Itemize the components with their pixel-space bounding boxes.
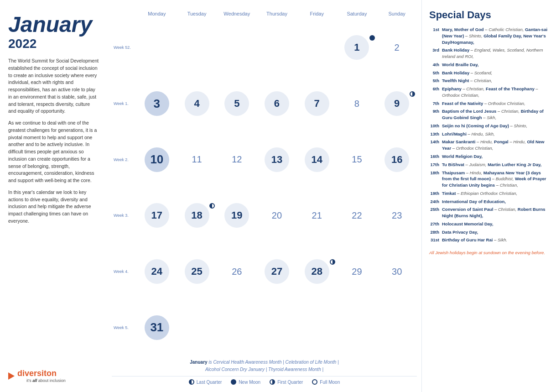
day-circle: 25 <box>185 259 209 284</box>
day-circle: 18 <box>185 203 209 228</box>
special-day-date: 13th <box>429 131 439 137</box>
cal-cell-2-1: 11 <box>177 154 217 165</box>
special-day-entry: 28thData Privacy Day, <box>429 229 549 235</box>
new-moon-icon <box>231 379 236 385</box>
special-day-date: 25th <box>429 206 439 219</box>
special-day-text: Feast of the Nativity – Orthodox Christi… <box>442 100 549 107</box>
col-thursday: Thursday <box>257 9 297 18</box>
col-friday: Friday <box>297 9 337 18</box>
month-title: January <box>8 14 99 36</box>
cal-cell-3-6: 23 <box>377 210 417 221</box>
day-circle: 28 <box>305 259 329 284</box>
special-day-date: 24th <box>429 199 439 205</box>
special-day-entry: 1stMary, Mother of God – Catholic Christ… <box>429 26 549 45</box>
special-day-text: Timkat – Ethiopian Orthodox Christian, <box>442 190 549 197</box>
special-day-text: Tu BiShvat – Judaism, Martin Luther King… <box>442 162 549 168</box>
legend-last-quarter-label: Last Quarter <box>197 380 222 385</box>
day-circle: 4 <box>185 91 209 116</box>
special-day-date: 28th <box>429 229 439 235</box>
week-label-0: Week 52. <box>112 45 137 50</box>
special-day-entry: 18thThaipusam – Hindu, Mahayana New Year… <box>429 170 549 188</box>
cal-cell-1-0: 3 <box>137 91 177 116</box>
special-day-text: Bank Holiday – Scotland, <box>442 70 549 76</box>
special-day-text: World Braille Day, <box>442 62 549 68</box>
desc-p3: In this year's calendar we look to key a… <box>8 189 99 225</box>
special-day-date: 16th <box>429 153 439 160</box>
legend-new-moon-label: New Moon <box>239 380 260 385</box>
week-row-4: Week 4.24252627282930 <box>112 244 417 299</box>
special-day-date: 7th <box>429 100 439 107</box>
special-day-text: Mary, Mother of God – Catholic Christian… <box>442 26 549 45</box>
day-number: 15 <box>352 154 362 165</box>
special-day-date: 4th <box>429 62 439 68</box>
legend-first-quarter: First Quarter <box>270 379 303 385</box>
moon-indicator-icon <box>410 91 415 97</box>
footer-line2: Alcohol Concern Dry January | Thyroid Aw… <box>112 366 417 373</box>
special-day-entry: 31stBirthday of Guru Har Rai – Sikh. <box>429 237 549 243</box>
special-day-text: World Religion Day, <box>442 153 549 160</box>
special-day-text: Epiphany – Christian, Feast of the Theop… <box>442 86 549 99</box>
calendar-body: Week 52.12Week 1.3456789Week 2.101112131… <box>112 20 417 355</box>
legend-full-moon: Full Moon <box>312 379 340 385</box>
week-row-5: Week 5.31 <box>112 300 417 355</box>
special-day-text: Seijin no hi (Coming of Age Day) – Shint… <box>442 123 549 129</box>
special-day-entry: 4thWorld Braille Day, <box>429 62 549 68</box>
day-number: 26 <box>232 267 242 277</box>
day-circle: 27 <box>265 259 289 284</box>
special-day-date: 5th <box>429 70 439 76</box>
special-day-text: Data Privacy Day, <box>442 229 549 235</box>
day-number: 29 <box>352 267 362 277</box>
special-day-text: Baptism of the Lord Jesus – Christian, B… <box>442 108 549 121</box>
cal-cell-1-5: 8 <box>337 99 377 109</box>
cal-cell-1-6: 9 <box>377 91 417 116</box>
special-day-text: Thaipusam – Hindu, Mahayana New Year (3 … <box>442 170 549 188</box>
special-days-list: 1stMary, Mother of God – Catholic Christ… <box>429 26 549 243</box>
cal-cell-3-1: 18 <box>177 203 217 228</box>
cal-cell-2-6: 16 <box>377 147 417 172</box>
right-panel: Special Days 1stMary, Mother of God – Ca… <box>421 0 556 392</box>
week-label-4: Week 4. <box>112 269 137 274</box>
legend-new-moon: New Moon <box>231 379 260 385</box>
day-circle: 24 <box>145 259 169 284</box>
legend-full-moon-label: Full Moon <box>320 380 340 385</box>
day-circle: 14 <box>305 147 329 172</box>
cal-cell-3-4: 21 <box>297 210 337 221</box>
cal-cell-5-0: 31 <box>137 315 177 340</box>
year-title: 2022 <box>8 37 99 51</box>
legend-last-quarter: Last Quarter <box>189 379 222 385</box>
cal-cell-0-5: 1 <box>337 35 377 60</box>
moon-indicator-icon <box>369 35 375 41</box>
cal-cell-3-5: 22 <box>337 210 377 221</box>
week-row-2: Week 2.10111213141516 <box>112 132 417 187</box>
cal-cell-2-0: 10 <box>137 147 177 172</box>
special-day-date: 31st <box>429 237 439 243</box>
special-day-date: 10th <box>429 123 439 129</box>
cal-cell-2-2: 12 <box>217 154 257 165</box>
day-circle: 7 <box>305 91 329 116</box>
day-number: 20 <box>272 210 282 221</box>
day-circle: 9 <box>385 91 409 116</box>
day-circle: 17 <box>145 203 169 228</box>
cal-cell-4-0: 24 <box>137 259 177 284</box>
special-day-entry: 27thHolocaust Memorial Day, <box>429 221 549 227</box>
special-day-text: Bank Holiday – England, Wales, Scotland,… <box>442 47 549 60</box>
day-number: 23 <box>392 210 402 221</box>
day-circle: 16 <box>385 147 409 172</box>
cal-cell-1-3: 6 <box>257 91 297 116</box>
day-number: 2 <box>395 42 400 53</box>
special-day-entry: 19thTimkat – Ethiopian Orthodox Christia… <box>429 190 549 197</box>
special-day-entry: 5thBank Holiday – Scotland, <box>429 70 549 76</box>
cal-cell-2-4: 14 <box>297 147 337 172</box>
week-row-1: Week 1.3456789 <box>112 76 417 131</box>
desc-p1: The World Summit for Social Development … <box>8 57 99 115</box>
first-quarter-icon <box>270 379 275 385</box>
day-circle: 13 <box>265 147 289 172</box>
cal-cell-2-3: 13 <box>257 147 297 172</box>
last-quarter-icon <box>189 379 194 385</box>
special-day-text: International Day of Education, <box>442 199 549 205</box>
desc-p2: As we continue to deal with one of the g… <box>8 120 99 184</box>
col-saturday: Saturday <box>337 9 377 18</box>
special-day-entry: 25thConversion of Saint Paul – Christian… <box>429 206 549 219</box>
description: The World Summit for Social Development … <box>8 57 99 225</box>
jewish-note: All Jewish holidays begin at sundown on … <box>429 250 549 256</box>
